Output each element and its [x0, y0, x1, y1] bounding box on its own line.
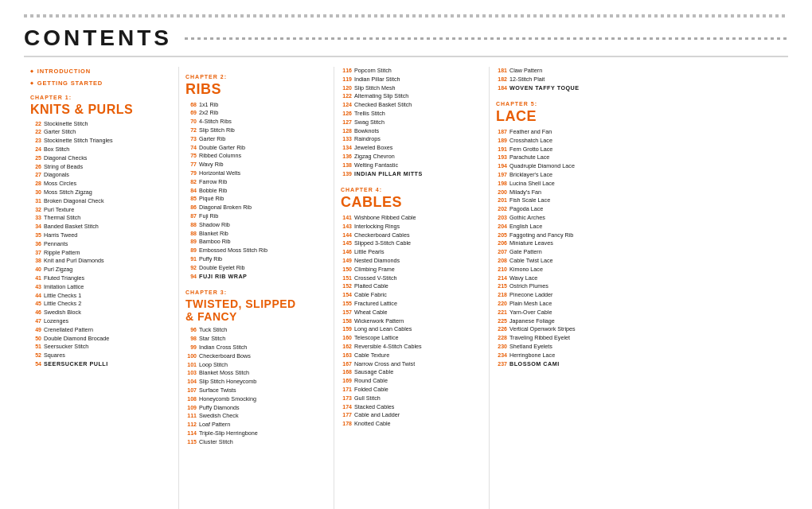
- toc-entry[interactable]: 155Fractured Lattice: [341, 300, 482, 309]
- toc-entry[interactable]: 107Surface Twists: [185, 387, 327, 395]
- toc-entry[interactable]: 22Garter Stitch: [30, 128, 172, 137]
- toc-entry[interactable]: 92Double Eyelet Rib: [185, 264, 327, 273]
- toc-entry[interactable]: 104Slip Stitch Honeycomb: [185, 378, 327, 387]
- toc-entry[interactable]: 73Garter Rib: [185, 135, 327, 144]
- toc-entry[interactable]: 200Milady's Fan: [496, 188, 654, 197]
- toc-entry[interactable]: 134Jeweled Boxes: [341, 144, 482, 153]
- toc-entry[interactable]: 193Parachute Lace: [496, 153, 654, 162]
- toc-entry[interactable]: 120Slip Stitch Mesh: [341, 84, 482, 93]
- toc-entry[interactable]: 141Wishbone Ribbed Cable: [341, 214, 482, 223]
- toc-entry[interactable]: 84Bobble Rib: [185, 187, 327, 196]
- toc-entry[interactable]: 85Piqué Rib: [185, 195, 327, 204]
- toc-entry[interactable]: 31Broken Diagonal Check: [30, 197, 172, 206]
- intro-link[interactable]: INTRODUCTION: [30, 67, 172, 76]
- toc-entry[interactable]: 82Farrow Rib: [185, 178, 327, 187]
- toc-entry[interactable]: 127Swag Stitch: [341, 119, 482, 127]
- toc-entry[interactable]: 143Interlocking Rings: [341, 223, 482, 231]
- toc-entry[interactable]: 692x2 Rib: [185, 109, 327, 118]
- toc-entry[interactable]: 44Little Checks 1: [30, 292, 172, 301]
- toc-entry[interactable]: 151Crossed V-Stitch: [341, 274, 482, 283]
- toc-entry[interactable]: 111Swedish Check: [185, 412, 327, 421]
- toc-project[interactable]: 237Blossom Cami: [496, 360, 654, 369]
- toc-entry[interactable]: 32Purl Texture: [30, 206, 172, 215]
- toc-entry[interactable]: 41Fluted Triangles: [30, 274, 172, 283]
- toc-entry[interactable]: 187Feather and Fan: [496, 128, 654, 137]
- toc-entry[interactable]: 126Trellis Stitch: [341, 110, 482, 119]
- toc-entry[interactable]: 119Indian Pillar Stitch: [341, 76, 482, 84]
- toc-entry[interactable]: 38Knit and Purl Diamonds: [30, 257, 172, 266]
- toc-entry[interactable]: 51Seersucker Stitch: [30, 343, 172, 352]
- toc-entry[interactable]: 167Narrow Cross and Twist: [341, 360, 482, 369]
- toc-entry[interactable]: 91Puffy Rib: [185, 255, 327, 264]
- toc-entry[interactable]: 26String of Beads: [30, 163, 172, 172]
- toc-entry[interactable]: 87Fuji Rib: [185, 212, 327, 221]
- toc-entry[interactable]: 103Blanket Moss Stitch: [185, 369, 327, 378]
- toc-entry[interactable]: 157Wheat Cable: [341, 309, 482, 317]
- toc-entry[interactable]: 220Plain Mesh Lace: [496, 300, 654, 309]
- toc-entry[interactable]: 201Fish Scale Lace: [496, 196, 654, 205]
- toc-entry[interactable]: 218Pinecone Ladder: [496, 291, 654, 300]
- toc-entry[interactable]: 96Tuck Stitch: [185, 326, 327, 335]
- toc-entry[interactable]: 169Round Cable: [341, 377, 482, 386]
- toc-entry[interactable]: 86Diagonal Broken Rib: [185, 204, 327, 212]
- toc-entry[interactable]: 108Honeycomb Smocking: [185, 395, 327, 404]
- toc-entry[interactable]: 198Lucina Shell Lace: [496, 180, 654, 188]
- toc-entry[interactable]: 168Sausage Cable: [341, 368, 482, 377]
- toc-entry[interactable]: 150Climbing Frame: [341, 266, 482, 274]
- toc-entry[interactable]: 163Cable Texture: [341, 352, 482, 360]
- toc-entry[interactable]: 178Knotted Cable: [341, 420, 482, 429]
- toc-entry[interactable]: 37Ripple Pattern: [30, 249, 172, 258]
- toc-entry[interactable]: 171Folded Cable: [341, 386, 482, 394]
- toc-entry[interactable]: 181Claw Pattern: [496, 67, 654, 76]
- toc-entry[interactable]: 124Checked Basket Stitch: [341, 101, 482, 110]
- toc-entry[interactable]: 25Diagonal Checks: [30, 154, 172, 163]
- toc-project[interactable]: 139Indian Pillar Mitts: [341, 170, 482, 179]
- toc-entry[interactable]: 144Checkerboard Cables: [341, 231, 482, 240]
- toc-entry[interactable]: 174Stacked Cables: [341, 403, 482, 412]
- toc-entry[interactable]: 210Kimono Lace: [496, 266, 654, 274]
- toc-entry[interactable]: 27Diagonals: [30, 171, 172, 180]
- toc-entry[interactable]: 47Lozenges: [30, 317, 172, 326]
- toc-entry[interactable]: 206Miniature Leaves: [496, 239, 654, 248]
- toc-entry[interactable]: 704-Stitch Ribs: [185, 118, 327, 126]
- toc-entry[interactable]: 154Cable Fabric: [341, 291, 482, 300]
- toc-entry[interactable]: 152Plaited Cable: [341, 282, 482, 291]
- toc-entry[interactable]: 225Japanese Foliage: [496, 317, 654, 326]
- toc-entry[interactable]: 23Stockinette Stitch Triangles: [30, 137, 172, 146]
- toc-entry[interactable]: 202Pagoda Lace: [496, 205, 654, 214]
- toc-entry[interactable]: 145Slipped 3-Stitch Cable: [341, 239, 482, 248]
- toc-entry[interactable]: 221Yarn-Over Cable: [496, 309, 654, 317]
- toc-entry[interactable]: 189Crosshatch Lace: [496, 137, 654, 146]
- toc-entry[interactable]: 112Loaf Pattern: [185, 421, 327, 429]
- toc-entry[interactable]: 52Squares: [30, 352, 172, 360]
- toc-entry[interactable]: 99Indian Cross Stitch: [185, 344, 327, 352]
- toc-entry[interactable]: 204English Lace: [496, 223, 654, 231]
- toc-entry[interactable]: 116Popcorn Stitch: [341, 67, 482, 76]
- toc-entry[interactable]: 149Nested Diamonds: [341, 257, 482, 266]
- toc-entry[interactable]: 109Puffy Diamonds: [185, 404, 327, 413]
- toc-entry[interactable]: 230Shetland Eyelets: [496, 343, 654, 352]
- toc-entry[interactable]: 28Moss Circles: [30, 180, 172, 188]
- toc-entry[interactable]: 158Wickerwork Pattern: [341, 317, 482, 326]
- toc-entry[interactable]: 203Gothic Arches: [496, 214, 654, 223]
- toc-entry[interactable]: 43Imitation Lattice: [30, 283, 172, 292]
- toc-entry[interactable]: 234Herringbone Lace: [496, 352, 654, 360]
- toc-entry[interactable]: 46Swedish Block: [30, 309, 172, 317]
- toc-entry[interactable]: 205Faggoting and Fancy Rib: [496, 231, 654, 240]
- toc-entry[interactable]: 173Gull Stitch: [341, 394, 482, 403]
- toc-entry[interactable]: 88Blanket Rib: [185, 230, 327, 239]
- toc-entry[interactable]: 79Horizontal Welts: [185, 169, 327, 178]
- toc-entry[interactable]: 34Banded Basket Stitch: [30, 223, 172, 231]
- toc-entry[interactable]: 208Cable Twist Lace: [496, 257, 654, 266]
- toc-entry[interactable]: 681x1 Rib: [185, 101, 327, 110]
- toc-entry[interactable]: 191Fern Grotto Lace: [496, 146, 654, 154]
- toc-entry[interactable]: 40Purl Zigzag: [30, 266, 172, 274]
- toc-entry[interactable]: 33Thermal Stitch: [30, 214, 172, 223]
- toc-entry[interactable]: 115Cluster Stitch: [185, 438, 327, 447]
- toc-entry[interactable]: 114Triple-Slip Herringbone: [185, 429, 327, 438]
- toc-entry[interactable]: 122Alternating Slip Stitch: [341, 92, 482, 101]
- toc-entry[interactable]: 160Telescope Lattice: [341, 334, 482, 343]
- toc-entry[interactable]: 22Stockinette Stitch: [30, 120, 172, 129]
- toc-entry[interactable]: 194Quadruple Diamond Lace: [496, 162, 654, 171]
- toc-entry[interactable]: 74Double Garter Rib: [185, 144, 327, 153]
